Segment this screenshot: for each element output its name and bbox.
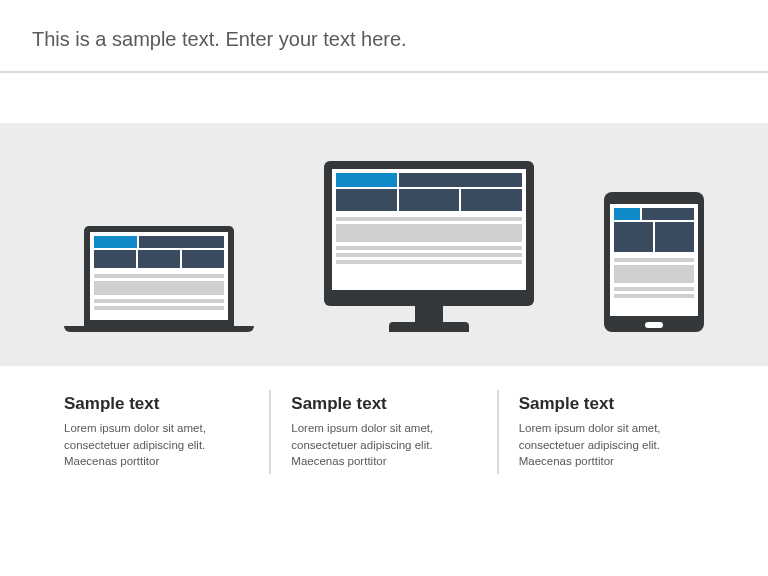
caption-column: Sample text Lorem ipsum dolor sit amet, … [497,390,724,474]
laptop-base [64,326,254,332]
desktop-content [332,169,526,290]
caption-body: Lorem ipsum dolor sit amet, consectetuer… [519,420,704,470]
desktop-stand-neck [415,306,443,322]
tablet-content [610,204,698,316]
caption-title: Sample text [291,394,476,414]
tablet-icon [604,192,704,332]
desktop-screen [324,161,534,306]
desktop-stand-foot [389,322,469,332]
captions-row: Sample text Lorem ipsum dolor sit amet, … [0,366,768,474]
caption-title: Sample text [519,394,704,414]
caption-title: Sample text [64,394,249,414]
caption-column: Sample text Lorem ipsum dolor sit amet, … [269,390,496,474]
laptop-content [90,232,228,320]
laptop-icon [64,226,254,332]
header-bar: This is a sample text. Enter your text h… [0,0,768,73]
page-title: This is a sample text. Enter your text h… [32,28,736,51]
laptop-screen [84,226,234,326]
caption-column: Sample text Lorem ipsum dolor sit amet, … [44,390,269,474]
tablet-home-button [645,322,663,328]
caption-body: Lorem ipsum dolor sit amet, consectetuer… [64,420,249,470]
caption-body: Lorem ipsum dolor sit amet, consectetuer… [291,420,476,470]
devices-band [0,123,768,366]
desktop-monitor-icon [324,161,534,332]
